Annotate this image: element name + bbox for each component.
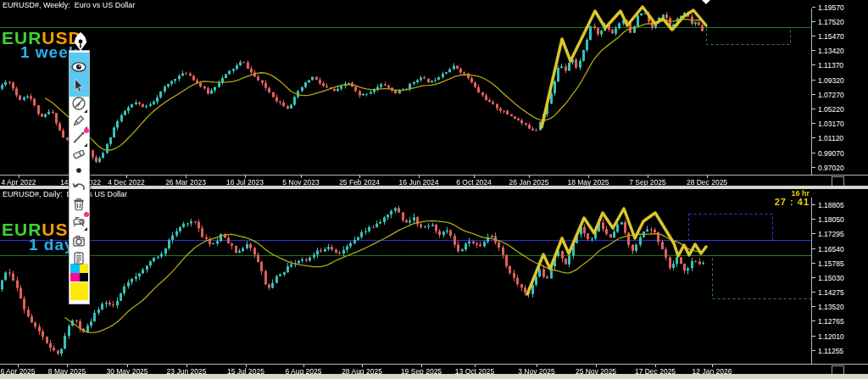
- price-tick: [812, 277, 815, 278]
- price-label: 1.03170: [818, 120, 844, 128]
- tool-pen-tool[interactable]: [71, 130, 87, 146]
- price-tick: [812, 109, 815, 109]
- price-tick: [812, 64, 815, 65]
- price-tick: [812, 167, 815, 168]
- price-tick: [812, 36, 815, 36]
- price-tick: [812, 263, 815, 264]
- price-label: 1.11370: [818, 61, 843, 70]
- chart-shift-marker[interactable]: [702, 0, 710, 4]
- price-label: 1.13520: [818, 303, 844, 311]
- price-tick: [812, 336, 815, 337]
- price-label: 0.97020: [818, 164, 844, 172]
- time-axis[interactable]: 4 Apr 202214 Aug 20224 Dec 202226 Mar 20…: [0, 175, 868, 186]
- flyout-triangle-icon: [84, 227, 87, 231]
- pen-nib-icon[interactable]: [73, 31, 88, 52]
- price-tick: [812, 306, 815, 307]
- active-color-swatch[interactable]: [70, 282, 88, 300]
- swatch-3[interactable]: [70, 273, 80, 282]
- price-label: 1.15470: [818, 32, 844, 41]
- tool-screenshot-camera[interactable]: [71, 233, 87, 249]
- price-axis[interactable]: 1.195701.175201.154701.134201.113701.093…: [811, 8, 868, 176]
- date-label: 6 Oct 2024: [456, 178, 492, 186]
- tool-eraser[interactable]: [71, 147, 87, 163]
- daily-chart-canvas[interactable]: [0, 189, 811, 374]
- daily-chart-window: EURUSD#, Daily: Euro vs US Dollar EURUSD…: [0, 189, 868, 374]
- tool-visibility-eye[interactable]: [71, 59, 87, 75]
- candle-countdown: 16 hr 27 : 41: [775, 190, 810, 208]
- countdown-timer: 27 : 41: [775, 198, 810, 208]
- price-label: 1.11255: [818, 347, 843, 355]
- bottom-status-strip: [0, 374, 868, 379]
- price-label: 1.15030: [818, 274, 844, 282]
- date-label: 25 Feb 2024: [339, 178, 380, 186]
- price-label: 1.17295: [818, 230, 844, 238]
- swatch-4[interactable]: [80, 273, 89, 282]
- weekly-chart-window: EURUSD#, Weekly: Euro vs US Dollar EURUS…: [0, 0, 868, 186]
- price-tick: [812, 50, 815, 51]
- date-label: 6 Aug 2025: [285, 367, 321, 374]
- time-axis[interactable]: 6 Apr 20258 May 202530 May 202523 Jun 20…: [0, 364, 868, 374]
- date-label: 18 May 2025: [567, 178, 609, 186]
- price-tick: [812, 123, 815, 124]
- mt4-workspace: EURUSD#, Weekly: Euro vs US Dollar EURUS…: [0, 0, 868, 379]
- date-label: 19 Sep 2025: [401, 367, 442, 374]
- date-label: 4 Apr 2022: [1, 178, 36, 186]
- price-tick: [812, 292, 815, 293]
- date-label: 17 Dec 2025: [635, 367, 676, 374]
- date-label: 5 Nov 2023: [282, 178, 319, 186]
- color-palette[interactable]: [70, 264, 88, 281]
- tool-clipboard[interactable]: [71, 250, 87, 266]
- tool-highlighter[interactable]: [71, 113, 87, 129]
- price-tick: [812, 320, 815, 321]
- date-label: 23 Jun 2025: [167, 367, 207, 374]
- price-label: 1.18050: [818, 215, 844, 224]
- date-label: 4 Dec 2022: [108, 178, 144, 186]
- price-tick: [812, 94, 815, 95]
- date-label: 15 Jul 2025: [227, 367, 264, 374]
- date-label: 12 Jan 2026: [693, 367, 732, 374]
- date-label: 28 Dec 2025: [687, 178, 727, 186]
- date-label: 6 Apr 2025: [0, 367, 35, 374]
- price-tick: [812, 248, 815, 249]
- color-indicator-dot: [84, 212, 89, 217]
- date-label: 13 Oct 2025: [455, 367, 494, 374]
- annotation-toolbar: [69, 50, 90, 304]
- price-tick: [812, 153, 815, 153]
- price-label: 1.07270: [818, 91, 844, 99]
- tool-screen-tool[interactable]: [71, 214, 87, 230]
- price-label: 1.05220: [818, 105, 844, 114]
- price-label: 1.16540: [818, 245, 844, 254]
- date-label: 16 Jul 2023: [226, 178, 264, 186]
- date-label: 7 Sep 2025: [629, 178, 665, 186]
- resize-grip[interactable]: [832, 365, 844, 374]
- price-label: 1.01120: [818, 134, 843, 142]
- price-tick: [812, 137, 815, 138]
- price-label: 1.19570: [818, 3, 844, 12]
- resize-grip[interactable]: [832, 176, 844, 186]
- timeframe-annotation: 1 day: [29, 236, 75, 254]
- tool-select-cursor[interactable]: [71, 78, 87, 94]
- tool-line-width[interactable]: [71, 163, 87, 179]
- date-label: 8 May 2025: [48, 367, 86, 374]
- tool-pen-disable[interactable]: [71, 96, 87, 112]
- date-label: 30 May 2025: [106, 367, 147, 374]
- price-label: 1.15785: [818, 259, 844, 268]
- price-tick: [812, 219, 815, 220]
- date-label: 16 Jun 2024: [399, 178, 439, 186]
- weekly-chart-canvas[interactable]: [0, 0, 811, 186]
- window-divider[interactable]: [0, 186, 868, 189]
- price-tick: [812, 80, 815, 81]
- chart-title-weekly: EURUSD#, Weekly: Euro vs US Dollar: [3, 1, 135, 9]
- price-label: 1.13420: [818, 47, 844, 55]
- tool-clear-all-trash[interactable]: [71, 197, 87, 213]
- date-label: 25 Nov 2025: [576, 367, 616, 374]
- date-label: 3 Nov 2025: [518, 367, 554, 374]
- tool-undo[interactable]: [71, 180, 87, 196]
- date-label: 28 Aug 2025: [342, 367, 382, 374]
- price-label: 0.99070: [818, 149, 844, 158]
- chart-title-daily: EURUSD#, Daily: Euro vs US Dollar: [3, 190, 127, 198]
- price-axis[interactable]: 1.188051.180501.172951.165401.157851.150…: [811, 198, 868, 365]
- price-label: 1.17520: [818, 18, 844, 26]
- date-label: 26 Mar 2023: [165, 178, 206, 186]
- price-label: 1.09320: [818, 76, 844, 85]
